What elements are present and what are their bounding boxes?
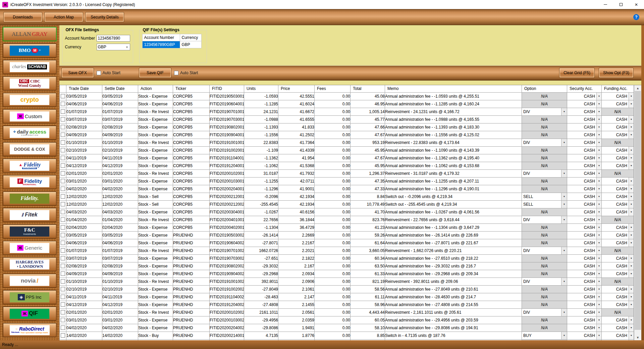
scrollbar-track[interactable] <box>634 91 641 335</box>
chevron-down-icon[interactable]: ▾ <box>596 193 601 200</box>
col-header-security-acc[interactable]: Security Acc. <box>567 85 602 92</box>
row-checkbox[interactable] <box>61 217 65 222</box>
table-row[interactable]: 02/01/202002/01/2020Stock - Re InvestPRU… <box>60 308 634 316</box>
col-header-settle-date[interactable]: Settle Date <box>102 85 138 92</box>
chevron-down-icon[interactable]: ▾ <box>629 332 634 339</box>
chevron-down-icon[interactable]: ▾ <box>596 93 601 100</box>
sidebar-item-qif[interactable]: ЖQIF <box>3 306 57 321</box>
cell-security-acc[interactable]: CASH▾ <box>567 324 602 332</box>
sidebar-item-fitek[interactable]: ⫽Fitek <box>3 208 57 222</box>
table-row[interactable]: 02/08/201902/08/2019Stock - ExpensePRUEN… <box>60 262 634 270</box>
row-checkbox[interactable] <box>61 271 65 276</box>
col-header-price[interactable]: Price <box>278 85 315 92</box>
chevron-down-icon[interactable]: ▾ <box>561 108 567 115</box>
cell-funding-acc[interactable]: CASH▾ <box>602 146 634 154</box>
cell-funding-acc[interactable]: CASH▾ <box>602 208 634 216</box>
col-header-funding-acc[interactable]: Funding Acc. <box>602 85 634 92</box>
row-checkbox[interactable] <box>61 302 65 307</box>
cell-funding-acc[interactable]: CASH▾ <box>602 92 634 100</box>
cell-funding-acc[interactable]: CASH▾ <box>602 162 634 169</box>
table-row[interactable]: 04/12/201904/12/2019Stock - ExpensePRUEN… <box>60 301 634 308</box>
row-checkbox[interactable] <box>61 202 65 206</box>
sidebar-item-fc-investments[interactable]: F&CInvestments <box>3 224 57 239</box>
cell-security-acc[interactable]: CASH▾ <box>567 247 602 254</box>
table-row[interactable]: 14/02/202014/02/2020Stock - BuyPRUENHDFI… <box>60 332 634 339</box>
table-row[interactable]: 03/07/201903/07/2019Stock - ExpenseCORCP… <box>60 115 634 123</box>
sidebar-item-novia[interactable]: novia/ <box>3 273 57 288</box>
cell-funding-acc[interactable]: CASH▾ <box>602 339 634 340</box>
sidebar-item-dodge-and-cox[interactable]: DODGE & COX <box>3 142 57 156</box>
cell-funding-acc[interactable]: CASH▾ <box>602 200 634 208</box>
cell-option[interactable]: DIV▾ <box>522 216 567 223</box>
chevron-down-icon[interactable]: ▾ <box>561 193 567 200</box>
cell-security-acc[interactable]: CASH▾ <box>567 131 602 139</box>
row-checkbox[interactable] <box>61 109 65 114</box>
vertical-scrollbar[interactable]: ▲ ▼ <box>634 85 641 340</box>
cell-funding-acc[interactable]: CASH▾ <box>602 254 634 262</box>
row-checkbox[interactable] <box>61 241 65 245</box>
table-row[interactable]: 01/07/201901/07/2019Stock - Re InvestCOR… <box>60 108 634 115</box>
close-button[interactable]: ✕ <box>629 0 644 9</box>
cell-security-acc[interactable]: CASH▾ <box>567 108 602 115</box>
col-header-action[interactable]: Action <box>138 85 173 92</box>
cell-security-acc[interactable]: CASH▾ <box>567 139 602 146</box>
save-qif-button[interactable]: Save QIF <box>139 68 171 78</box>
cell-funding-acc[interactable]: CASH▾ <box>602 193 634 200</box>
sidebar-item-pps-inc[interactable]: ◈PPS Inc <box>3 290 57 304</box>
chevron-down-icon[interactable]: ▾ <box>629 224 634 231</box>
sidebar-item-allangray[interactable]: ALLANGRAY <box>3 27 57 41</box>
chevron-down-icon[interactable]: ▾ <box>629 116 634 123</box>
chevron-down-icon[interactable]: ▾ <box>596 147 601 154</box>
chevron-down-icon[interactable]: ▾ <box>596 139 601 146</box>
row-checkbox[interactable] <box>61 171 65 176</box>
col-header-fees[interactable]: Fees <box>315 85 351 92</box>
row-checkbox[interactable] <box>61 333 65 338</box>
cell-funding-acc[interactable]: CASH▾ <box>602 239 634 247</box>
row-checkbox[interactable] <box>61 248 65 253</box>
table-row[interactable]: 01/04/202001/04/2020Stock - Re InvestCOR… <box>60 216 634 223</box>
cell-security-acc[interactable]: CASH▾ <box>567 270 602 278</box>
cell-security-acc[interactable]: CASH▾ <box>567 169 602 177</box>
cell-security-acc[interactable]: CASH▾ <box>567 216 602 223</box>
account-number-input[interactable] <box>97 35 130 42</box>
table-row[interactable]: 04/11/201904/11/2019Stock - ExpensePRUEN… <box>60 293 634 301</box>
cell-security-acc[interactable]: CASH▾ <box>567 123 602 131</box>
chevron-down-icon[interactable]: ▾ <box>629 293 634 301</box>
table-row[interactable]: 04/09/201904/09/2019Stock - ExpensePRUEN… <box>60 270 634 278</box>
chevron-down-icon[interactable]: ▾ <box>596 270 601 278</box>
row-checkbox[interactable] <box>61 133 65 137</box>
chevron-down-icon[interactable]: ▾ <box>596 324 601 332</box>
chevron-down-icon[interactable]: ▾ <box>596 201 601 208</box>
chevron-down-icon[interactable]: ▾ <box>596 309 601 316</box>
table-row[interactable]: 03/01/202003/01/2020Stock - ExpenseCORCP… <box>60 177 634 185</box>
col-header-option[interactable]: Option <box>522 85 567 92</box>
row-checkbox[interactable] <box>61 140 65 145</box>
cell-security-acc[interactable]: CASH▾ <box>567 316 602 324</box>
row-checkbox[interactable] <box>61 148 65 152</box>
cell-option[interactable]: SELL▾ <box>522 193 567 200</box>
row-checkbox[interactable] <box>61 179 65 183</box>
chevron-down-icon[interactable]: ▾ <box>596 154 601 162</box>
row-checkbox[interactable] <box>61 117 65 121</box>
table-row[interactable]: 02/01/202002/01/2020Stock - Re InvestCOR… <box>60 169 634 177</box>
action-map-button[interactable]: Action Map <box>44 12 83 22</box>
row-checkbox[interactable] <box>61 163 65 168</box>
table-row[interactable]: 02/08/201902/08/2019Stock - ExpenseCORCP… <box>60 123 634 131</box>
qif-table-row[interactable]: 1234567890GBP GBP <box>142 41 201 48</box>
chevron-down-icon[interactable]: ▾ <box>596 108 601 115</box>
chevron-down-icon[interactable]: ▾ <box>629 154 634 162</box>
chevron-down-icon[interactable]: ▾ <box>629 131 634 139</box>
sidebar-item-charles-schwab[interactable]: charlesSCHWAB <box>3 60 57 74</box>
sidebar-item-fidelity-international[interactable]: ▲FidelityINTERNATIONAL <box>3 158 57 173</box>
cell-funding-acc[interactable]: CASH▾ <box>602 270 634 278</box>
row-checkbox[interactable] <box>61 256 65 260</box>
cell-security-acc[interactable]: CASH▾ <box>567 208 602 216</box>
table-row[interactable]: 04/06/201904/06/2019Stock - ExpensePRUEN… <box>60 239 634 247</box>
cell-option[interactable]: SELL▾ <box>522 200 567 208</box>
row-checkbox[interactable] <box>61 310 65 314</box>
row-checkbox[interactable] <box>61 326 65 330</box>
cell-funding-acc[interactable]: CASH▾ <box>602 262 634 270</box>
qif-currency-cell[interactable]: GBP <box>180 41 201 48</box>
row-checkbox[interactable] <box>61 264 65 268</box>
help-icon[interactable]: ? <box>633 14 639 20</box>
